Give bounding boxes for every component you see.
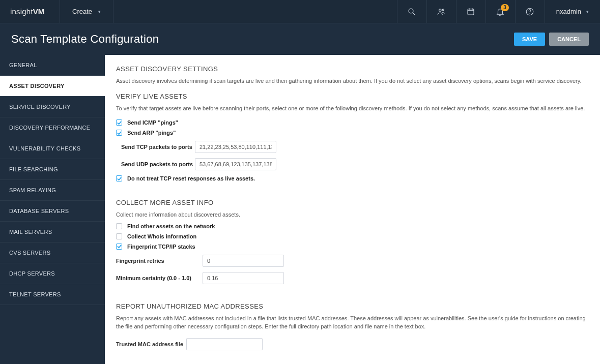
sidebar-item-file-searching[interactable]: FILE SEARCHING	[0, 159, 105, 180]
sidebar-item-label: SPAM RELAYING	[9, 187, 56, 193]
row-tcp-reset: Do not treat TCP reset responses as live…	[116, 175, 589, 181]
row-retries: Fingerprint retries	[116, 255, 589, 267]
chevron-down-icon: ▾	[586, 9, 589, 14]
sidebar-item-label: DISCOVERY PERFORMANCE	[9, 125, 90, 131]
label-send-arp: Send ARP "pings"	[127, 130, 176, 136]
row-send-icmp: Send ICMP "pings"	[116, 119, 589, 126]
check-icon	[117, 120, 122, 125]
body: GENERAL ASSET DISCOVERY SERVICE DISCOVER…	[0, 55, 600, 364]
input-tcp-ports[interactable]	[195, 141, 276, 153]
sidebar-item-service-discovery[interactable]: SERVICE DISCOVERY	[0, 97, 105, 117]
label-trusted-mac: Trusted MAC address file	[116, 341, 183, 347]
people-button[interactable]	[426, 0, 456, 23]
help-button[interactable]	[515, 0, 545, 23]
row-fingerprint: Fingerprint TCP/IP stacks	[116, 244, 589, 250]
page-title: Scan Template Configuration	[11, 33, 159, 46]
section-verify-live-desc: To verify that target assets are live be…	[116, 104, 589, 113]
brand-vm: VM	[33, 7, 45, 16]
create-label: Create	[72, 8, 92, 15]
help-icon	[525, 7, 534, 16]
label-minimum-certainty: Minimum certainty (0.0 - 1.0)	[116, 275, 203, 281]
sidebar-item-label: GENERAL	[9, 62, 37, 68]
svg-line-1	[413, 13, 416, 15]
checkbox-send-icmp[interactable]	[116, 119, 122, 126]
svg-point-2	[439, 9, 442, 11]
sidebar-item-spam-relaying[interactable]: SPAM RELAYING	[0, 180, 105, 201]
sidebar-item-discovery-performance[interactable]: DISCOVERY PERFORMANCE	[0, 117, 105, 138]
sidebar-item-label: ASSET DISCOVERY	[9, 83, 65, 89]
checkbox-send-arp[interactable]	[116, 130, 122, 136]
calendar-button[interactable]	[456, 0, 485, 23]
section-verify-live-title: VERIFY LIVE ASSETS	[116, 93, 589, 100]
sidebar-item-label: SERVICE DISCOVERY	[9, 104, 71, 110]
section-asset-discovery-desc: Asset discovery involves determining if …	[116, 77, 589, 85]
sidebar-item-label: MAIL SERVERS	[9, 229, 52, 235]
label-fingerprint: Fingerprint TCP/IP stacks	[127, 244, 195, 250]
label-send-icmp: Send ICMP "pings"	[127, 119, 178, 126]
chevron-down-icon: ▾	[98, 9, 101, 14]
create-menu[interactable]: Create ▾	[60, 0, 113, 23]
sidebar-item-cvs-servers[interactable]: CVS SERVERS	[0, 242, 105, 263]
svg-point-3	[443, 9, 444, 10]
section-mac-desc: Report any assets with MAC addresses not…	[116, 314, 589, 331]
cancel-button[interactable]: CANCEL	[549, 33, 589, 46]
section-collect-title: COLLECT MORE ASSET INFO	[116, 199, 589, 206]
sidebar-item-general[interactable]: GENERAL	[0, 55, 105, 76]
row-trusted-mac: Trusted MAC address file	[116, 338, 589, 350]
sidebar-item-dhcp-servers[interactable]: DHCP SERVERS	[0, 263, 105, 284]
search-button[interactable]	[397, 0, 426, 23]
sidebar: GENERAL ASSET DISCOVERY SERVICE DISCOVER…	[0, 55, 105, 364]
check-icon	[117, 131, 122, 135]
input-trusted-mac[interactable]	[186, 338, 263, 350]
notification-badge: 3	[501, 4, 509, 11]
svg-point-9	[530, 13, 530, 14]
sidebar-item-database-servers[interactable]: DATABASE SERVERS	[0, 201, 105, 222]
sidebar-item-label: DATABASE SERVERS	[9, 208, 69, 214]
svg-point-0	[409, 9, 413, 13]
save-button[interactable]: SAVE	[514, 33, 545, 46]
checkbox-fingerprint[interactable]	[116, 244, 122, 250]
section-asset-discovery-title: ASSET DISCOVERY SETTINGS	[116, 65, 589, 73]
label-find-other: Find other assets on the network	[127, 223, 215, 229]
row-send-udp: Send UDP packets to ports	[116, 158, 589, 170]
label-whois: Collect Whois information	[127, 233, 196, 239]
user-menu[interactable]: nxadmin ▾	[545, 0, 600, 23]
brand-insight: insight	[10, 7, 33, 16]
topbar: insightVM Create ▾ 3 nxadmin ▾	[0, 0, 600, 23]
main: ASSET DISCOVERY SETTINGS Asset discovery…	[105, 55, 600, 364]
label-tcp-reset: Do not treat TCP reset responses as live…	[127, 175, 255, 181]
row-find-other: Find other assets on the network	[116, 223, 589, 229]
notifications-button[interactable]: 3	[485, 0, 515, 23]
section-mac-title: REPORT UNAUTHORIZED MAC ADDRESSES	[116, 302, 589, 310]
label-fingerprint-retries: Fingerprint retries	[116, 258, 203, 264]
sidebar-item-label: DHCP SERVERS	[9, 270, 55, 277]
sidebar-item-asset-discovery[interactable]: ASSET DISCOVERY	[0, 76, 105, 97]
label-send-tcp: Send TCP packets to ports	[121, 144, 192, 150]
checkbox-tcp-reset[interactable]	[116, 175, 122, 181]
sidebar-item-vulnerability-checks[interactable]: VULNERABILITY CHECKS	[0, 138, 105, 159]
checkbox-find-other[interactable]	[116, 223, 122, 229]
row-certainty: Minimum certainty (0.0 - 1.0)	[116, 272, 589, 284]
input-fingerprint-retries[interactable]	[203, 255, 284, 267]
brand-logo: insightVM	[0, 0, 60, 23]
people-icon	[437, 7, 446, 16]
sidebar-item-mail-servers[interactable]: MAIL SERVERS	[0, 222, 105, 242]
sidebar-item-label: FILE SEARCHING	[9, 166, 58, 172]
titlebar: Scan Template Configuration SAVE CANCEL	[0, 23, 600, 55]
search-icon	[407, 7, 416, 16]
sidebar-item-telnet-servers[interactable]: TELNET SERVERS	[0, 284, 105, 305]
sidebar-item-label: CVS SERVERS	[9, 250, 50, 256]
row-whois: Collect Whois information	[116, 233, 589, 239]
row-send-tcp: Send TCP packets to ports	[116, 141, 589, 153]
sidebar-item-label: TELNET SERVERS	[9, 291, 61, 297]
sidebar-item-label: VULNERABILITY CHECKS	[9, 145, 80, 151]
label-send-udp: Send UDP packets to ports	[121, 161, 193, 167]
svg-rect-4	[468, 9, 474, 14]
input-udp-ports[interactable]	[195, 158, 276, 170]
input-minimum-certainty[interactable]	[203, 272, 284, 284]
row-send-arp: Send ARP "pings"	[116, 130, 589, 136]
check-icon	[117, 176, 122, 181]
calendar-icon	[466, 7, 475, 16]
checkbox-whois[interactable]	[116, 233, 122, 239]
user-label: nxadmin	[556, 8, 581, 15]
